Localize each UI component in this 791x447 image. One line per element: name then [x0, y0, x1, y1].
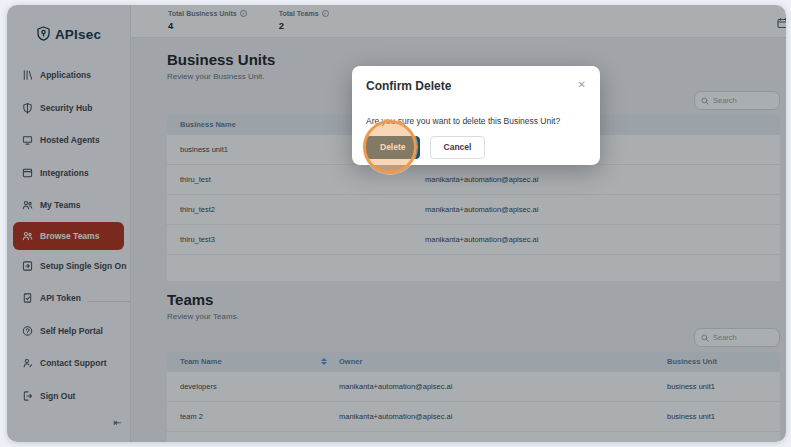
confirm-delete-modal: Confirm Delete ✕ Are you sure you want t…	[352, 66, 600, 165]
close-icon[interactable]: ✕	[578, 79, 586, 91]
screenshot-root: { "sidebar": { "logo_text": "APIsec", "i…	[0, 0, 791, 447]
modal-message: Are you sure you want to delete this Bus…	[366, 116, 586, 127]
delete-button[interactable]: Delete	[366, 136, 420, 159]
cancel-button[interactable]: Cancel	[430, 136, 486, 159]
modal-title: Confirm Delete	[366, 79, 451, 94]
